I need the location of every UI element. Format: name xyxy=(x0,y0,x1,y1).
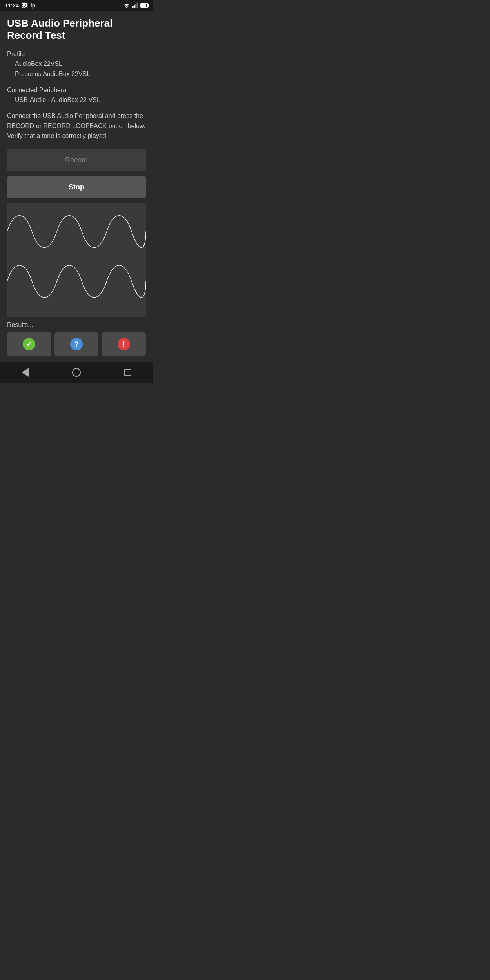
record-button[interactable]: Record xyxy=(7,149,146,171)
result-question-button[interactable]: ? xyxy=(54,332,99,356)
instruction-text: Connect the USB Audio Peripheral and pre… xyxy=(7,111,146,141)
profile-section: Profile AudioBox 22VSL Presonus AudioBox… xyxy=(7,49,146,79)
wifi-icon xyxy=(123,3,130,8)
svg-rect-0 xyxy=(132,6,134,8)
question-icon: ? xyxy=(70,338,83,350)
profile-label: Profile xyxy=(7,49,146,59)
results-label: Results... xyxy=(7,321,146,328)
result-pass-button[interactable]: ✓ xyxy=(7,332,51,356)
pass-icon: ✓ xyxy=(23,338,35,350)
status-right xyxy=(123,3,148,8)
status-left: 11:24 🖼 ip xyxy=(5,2,35,9)
nav-back-button[interactable] xyxy=(18,365,32,380)
nav-recent-button[interactable] xyxy=(121,366,134,379)
main-content: USB Audio Peripheral Record Test Profile… xyxy=(0,11,153,362)
waveform-display xyxy=(7,203,146,317)
status-time: 11:24 xyxy=(5,2,19,9)
result-fail-button[interactable]: ! xyxy=(102,332,146,356)
peripheral-section: Connected Peripheral USB-Audio - AudioBo… xyxy=(7,85,146,105)
status-network-label: ip xyxy=(31,2,35,9)
page-title: USB Audio Peripheral Record Test xyxy=(7,17,146,42)
status-bar: 11:24 🖼 ip xyxy=(0,0,153,11)
status-image-icon: 🖼 xyxy=(22,2,27,9)
profile-line1: AudioBox 22VSL xyxy=(7,59,146,69)
recent-icon xyxy=(124,369,131,376)
stop-button[interactable]: Stop xyxy=(7,176,146,198)
home-icon xyxy=(72,368,81,377)
bottom-nav xyxy=(0,362,153,383)
fail-icon: ! xyxy=(118,338,130,350)
svg-rect-3 xyxy=(137,3,138,8)
profile-line2: Presonus AudioBox 22VSL xyxy=(7,69,146,79)
nav-home-button[interactable] xyxy=(69,365,84,380)
peripheral-label: Connected Peripheral xyxy=(7,85,146,95)
signal-icon xyxy=(132,3,138,8)
peripheral-value: USB-Audio - AudioBox 22 VSL xyxy=(7,95,146,105)
svg-rect-1 xyxy=(134,5,135,8)
waveform-svg xyxy=(7,203,146,317)
back-icon xyxy=(22,368,29,377)
svg-rect-2 xyxy=(135,4,136,9)
battery-icon xyxy=(140,3,148,8)
results-buttons: ✓ ? ! xyxy=(7,332,146,356)
